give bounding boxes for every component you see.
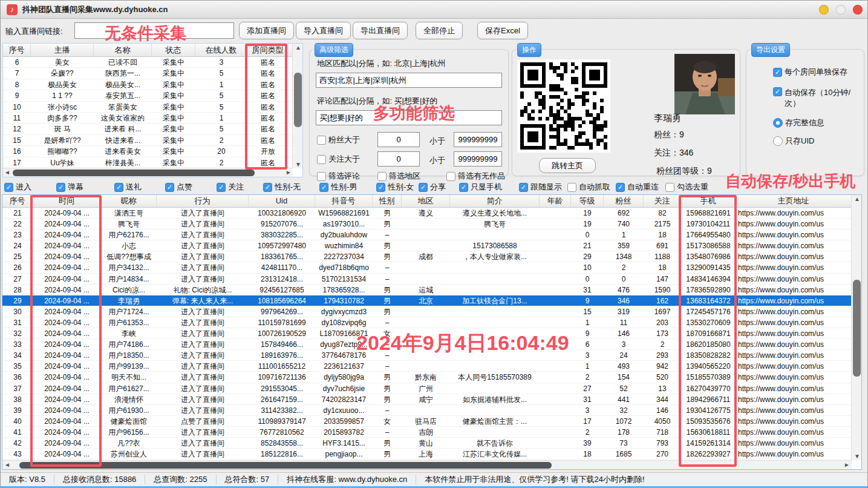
scroll-down-icon[interactable]: ▼ xyxy=(295,161,301,168)
table-row[interactable]: 392024-09-04 ...用户61930...进入了直播间31142338… xyxy=(2,405,861,416)
scroll-right-icon[interactable]: ► xyxy=(286,169,292,176)
col-header-follow[interactable]: 关注 xyxy=(644,195,681,207)
filter-checkbox-gender-male[interactable]: ✓性别-男 xyxy=(319,182,376,193)
scroll-left-icon[interactable]: ◄ xyxy=(4,461,10,468)
table-row[interactable]: 222024-09-04 ...腾飞哥进入了直播间915207076...as1… xyxy=(2,219,861,229)
col-header-seq[interactable]: 序号 xyxy=(2,195,33,207)
follow-min-input[interactable] xyxy=(377,151,420,167)
minimize-button[interactable] xyxy=(819,5,829,15)
room-table-row[interactable]: 91 1 ??泰安第五...采集中5匿名 xyxy=(3,90,302,101)
table-row[interactable]: 432024-09-04 ...苏州创业人进入了直播间185122816...p… xyxy=(2,449,861,460)
room-table-row[interactable]: 7朵媛??陕西第一...采集中5匿名 xyxy=(3,68,302,79)
scroll-up-icon[interactable]: ▲ xyxy=(295,44,301,51)
table-row[interactable]: 262024-09-04 ...用户34132...进入了直播间42481117… xyxy=(2,262,861,273)
checkbox-icon[interactable]: ✓ xyxy=(317,136,326,145)
radio-icon[interactable] xyxy=(773,118,783,128)
checkbox-icon[interactable]: ✓ xyxy=(4,183,13,192)
import-room-button[interactable]: 导入直播间 xyxy=(296,22,351,39)
close-button[interactable] xyxy=(853,5,863,15)
table-row[interactable]: 322024-09-04 ...李峡进入了直播间100726190529L187… xyxy=(2,328,861,339)
room-col-header-roomtype[interactable]: 房间类型 xyxy=(247,44,289,56)
room-col-header-name[interactable]: 名称 xyxy=(94,44,152,56)
col-header-nick[interactable]: 昵称 xyxy=(101,195,157,207)
region-filter-input[interactable] xyxy=(316,73,502,88)
room-col-header-seq[interactable]: 序号 xyxy=(3,44,31,56)
follow-max-input[interactable] xyxy=(454,151,502,167)
col-header-action[interactable]: 行为 xyxy=(157,195,249,207)
checkbox-icon[interactable]: ✓ xyxy=(114,183,123,192)
checkbox-icon[interactable]: ✓ xyxy=(773,68,782,77)
scroll-up-icon[interactable]: ▲ xyxy=(854,196,860,202)
auto-save-checkbox[interactable]: ✓ 自动保存（10分钟/次） xyxy=(773,87,858,109)
maximize-button[interactable] xyxy=(836,5,846,15)
checkbox-icon[interactable]: ✓ xyxy=(773,87,782,96)
checkbox-icon[interactable]: ✓ xyxy=(567,183,576,192)
table-row[interactable]: 272024-09-04 ...用户14834...进入了直播间23131241… xyxy=(2,274,861,285)
table-row[interactable]: 212024-09-04 ...潇洒王哥进入了直播间100321806920W1… xyxy=(2,208,861,219)
col-header-homepage[interactable]: 主页地址 xyxy=(736,195,852,207)
save-per-room-checkbox[interactable]: ✓ 每个房间单独保存 xyxy=(773,67,847,77)
follow-filter-checkbox[interactable]: ✓ 关注大于 xyxy=(317,154,360,165)
checkbox-icon[interactable]: ✓ xyxy=(665,183,674,192)
checkbox-icon[interactable]: ✓ xyxy=(217,183,226,192)
room-table-row[interactable]: 17Uu学妹梓潼县美...采集中2匿名 xyxy=(3,157,302,168)
room-table-row[interactable]: 8极品美女极品美女...采集中1匿名 xyxy=(3,79,302,90)
checkbox-icon[interactable]: ✓ xyxy=(377,172,387,181)
main-horizontal-scrollbar[interactable]: ◄ ► xyxy=(2,460,852,469)
table-row[interactable]: 282024-09-04 ...Cici的凉...礼物: Cici的凉城...9… xyxy=(2,285,861,295)
scrollbar-thumb[interactable] xyxy=(13,170,255,176)
jump-homepage-button[interactable]: 跳转主页 xyxy=(539,158,596,173)
checkbox-icon[interactable]: ✓ xyxy=(616,183,625,192)
table-row[interactable]: 352024-09-04 ...用户99139...进入了直播间11100165… xyxy=(2,361,861,372)
filter-checkbox-like[interactable]: ✓点赞 xyxy=(165,182,217,193)
filter-checkbox-gift[interactable]: ✓送礼 xyxy=(114,182,165,193)
scrollbar-thumb[interactable] xyxy=(853,280,861,377)
col-header-fans[interactable]: 粉丝 xyxy=(604,195,644,207)
main-vertical-scrollbar[interactable]: ▲ ▼ xyxy=(851,195,861,460)
checkbox-icon[interactable]: ✓ xyxy=(446,172,455,181)
room-table-row[interactable]: 6美女已读不回采集中3匿名 xyxy=(3,57,302,68)
filter-checkbox-phone-only[interactable]: ✓只显手机 xyxy=(459,182,519,193)
filter-checkbox-gender-none[interactable]: ✓性别-无 xyxy=(263,182,319,193)
col-header-douyin[interactable]: 抖音号 xyxy=(315,195,373,207)
checkbox-icon[interactable]: ✓ xyxy=(56,183,65,192)
filter-checkbox-danmaku[interactable]: ✓弹幕 xyxy=(56,182,114,193)
table-row[interactable]: 342024-09-04 ...用户18350...进入了直播间18916397… xyxy=(2,350,861,361)
col-header-intro[interactable]: 简介 xyxy=(450,195,540,207)
scroll-down-icon[interactable]: ▼ xyxy=(854,453,860,460)
stop-all-button[interactable]: 全部停止 xyxy=(416,22,463,39)
table-row[interactable]: 232024-09-04 ...用户62176...进入了直播间38303228… xyxy=(2,229,861,240)
room-table-row[interactable]: 10张小诗sc笨蛋美女采集中5匿名 xyxy=(3,102,302,113)
checkbox-icon[interactable]: ✓ xyxy=(165,183,174,192)
filter-checkbox-follow-display[interactable]: ✓跟随显示 xyxy=(519,182,567,193)
table-row[interactable]: 312024-09-04 ...用户61353...进入了直播间11015978… xyxy=(2,317,861,328)
col-header-age[interactable]: 年龄 xyxy=(540,195,571,207)
room-table-row[interactable]: 15是妍希吖??快进来看...采集中2匿名 xyxy=(3,135,302,146)
filter-checkbox-gender-female[interactable]: ✓性别-女 xyxy=(376,182,419,193)
filter-checkbox-share[interactable]: ✓分享 xyxy=(419,182,459,193)
table-row[interactable]: 292024-09-04 ...李瑞勇弹幕: 来人来人来...108185696… xyxy=(2,295,861,306)
scroll-left-icon[interactable]: ◄ xyxy=(4,169,10,176)
fans-max-input[interactable] xyxy=(454,132,502,147)
scrollbar-thumb[interactable] xyxy=(19,462,552,469)
table-row[interactable]: 382024-09-04 ...浪漫情怀进入了直播间261647159...74… xyxy=(2,394,861,405)
col-header-level[interactable]: 等级 xyxy=(571,195,604,207)
room-vertical-scrollbar[interactable]: ▲ ▼ xyxy=(292,44,302,168)
col-header-time[interactable]: 时间 xyxy=(33,195,101,207)
col-header-phone[interactable]: 手机 xyxy=(681,195,736,207)
room-table-row[interactable]: 12斑 马进来看 科...采集中5匿名 xyxy=(3,124,302,134)
filter-checkbox-auto-capture[interactable]: ✓自动抓取 xyxy=(567,182,616,193)
checkbox-icon[interactable]: ✓ xyxy=(263,183,272,192)
table-row[interactable]: 302024-09-04 ...用户71724...进入了直播间99796426… xyxy=(2,306,861,317)
scroll-right-icon[interactable]: ► xyxy=(844,461,850,468)
fans-min-input[interactable] xyxy=(377,132,420,147)
checkbox-icon[interactable]: ✓ xyxy=(519,183,528,192)
export-room-button[interactable]: 导出直播间 xyxy=(353,22,408,39)
uid-only-radio[interactable]: 只存UID xyxy=(773,136,814,147)
checkbox-icon[interactable]: ✓ xyxy=(319,183,328,192)
table-row[interactable]: 412024-09-04 ...用户96156...进入了直播间76772810… xyxy=(2,427,861,438)
table-row[interactable]: 362024-09-04 ...明天不知...进入了直播间10971672113… xyxy=(2,372,861,383)
filter-checkbox-dedupe[interactable]: ✓勾选去重 xyxy=(665,182,714,193)
col-header-gender[interactable]: 性别 xyxy=(373,195,402,207)
table-row[interactable]: 422024-09-04 ...凡??衣进入了直播间852843558...HY… xyxy=(2,438,861,449)
